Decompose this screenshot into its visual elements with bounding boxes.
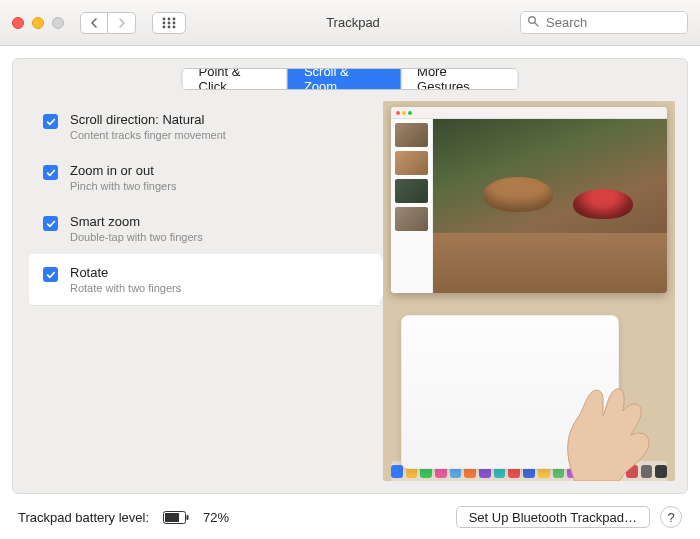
battery-percent: 72% bbox=[203, 510, 229, 525]
check-icon bbox=[46, 168, 56, 178]
preview-image bbox=[433, 119, 667, 293]
search-field[interactable] bbox=[520, 11, 688, 34]
tab-point-and-click[interactable]: Point & Click bbox=[183, 69, 288, 89]
preview-window bbox=[391, 107, 667, 293]
thumbnail bbox=[395, 179, 428, 203]
titlebar: Trackpad bbox=[0, 0, 700, 46]
preview-window-bar bbox=[391, 107, 667, 119]
chevron-left-icon bbox=[90, 18, 98, 28]
check-icon bbox=[46, 219, 56, 229]
checkbox[interactable] bbox=[43, 165, 58, 180]
show-all-button[interactable] bbox=[152, 12, 186, 34]
svg-point-5 bbox=[173, 21, 176, 24]
checkbox[interactable] bbox=[43, 267, 58, 282]
dock-app-icon bbox=[391, 465, 403, 478]
search-icon bbox=[527, 15, 539, 30]
option-zoom[interactable]: Zoom in or out Pinch with two fingers bbox=[29, 152, 379, 203]
battery-label: Trackpad battery level: bbox=[18, 510, 149, 525]
options-list: Scroll direction: Natural Content tracks… bbox=[29, 101, 379, 305]
svg-point-2 bbox=[173, 17, 176, 20]
option-title: Smart zoom bbox=[70, 214, 203, 229]
option-subtitle: Pinch with two fingers bbox=[70, 180, 176, 192]
traffic-lights bbox=[12, 17, 64, 29]
forward-button[interactable] bbox=[108, 12, 136, 34]
nav-buttons bbox=[80, 12, 136, 34]
tab-scroll-and-zoom[interactable]: Scroll & Zoom bbox=[288, 69, 401, 89]
option-scroll-direction[interactable]: Scroll direction: Natural Content tracks… bbox=[29, 101, 379, 152]
grid-icon bbox=[162, 17, 176, 29]
svg-rect-12 bbox=[187, 515, 189, 520]
tab-more-gestures[interactable]: More Gestures bbox=[401, 69, 517, 89]
option-subtitle: Content tracks finger movement bbox=[70, 129, 226, 141]
svg-point-3 bbox=[163, 21, 166, 24]
option-title: Scroll direction: Natural bbox=[70, 112, 226, 127]
preview-sidebar bbox=[391, 119, 433, 293]
svg-point-4 bbox=[168, 21, 171, 24]
svg-point-8 bbox=[173, 25, 176, 28]
option-subtitle: Double-tap with two fingers bbox=[70, 231, 203, 243]
minimize-window-icon[interactable] bbox=[32, 17, 44, 29]
setup-bluetooth-button[interactable]: Set Up Bluetooth Trackpad… bbox=[456, 506, 650, 528]
option-smart-zoom[interactable]: Smart zoom Double-tap with two fingers bbox=[29, 203, 379, 254]
check-icon bbox=[46, 117, 56, 127]
svg-point-6 bbox=[163, 25, 166, 28]
close-window-icon[interactable] bbox=[12, 17, 24, 29]
option-subtitle: Rotate with two fingers bbox=[70, 282, 181, 294]
svg-point-0 bbox=[163, 17, 166, 20]
preview-hand bbox=[535, 361, 665, 481]
thumbnail bbox=[395, 207, 428, 231]
back-button[interactable] bbox=[80, 12, 108, 34]
thumbnail bbox=[395, 123, 428, 147]
search-input[interactable] bbox=[544, 14, 700, 31]
checkbox[interactable] bbox=[43, 216, 58, 231]
gesture-preview bbox=[383, 101, 675, 481]
option-title: Zoom in or out bbox=[70, 163, 176, 178]
svg-line-10 bbox=[535, 23, 538, 26]
svg-point-7 bbox=[168, 25, 171, 28]
thumbnail bbox=[395, 151, 428, 175]
window-title: Trackpad bbox=[196, 15, 510, 30]
option-rotate[interactable]: Rotate Rotate with two fingers bbox=[29, 254, 379, 305]
chevron-right-icon bbox=[118, 18, 126, 28]
tab-control: Point & Click Scroll & Zoom More Gesture… bbox=[182, 68, 519, 90]
zoom-window-icon bbox=[52, 17, 64, 29]
checkbox[interactable] bbox=[43, 114, 58, 129]
preferences-panel: Point & Click Scroll & Zoom More Gesture… bbox=[12, 58, 688, 494]
footer: Trackpad battery level: 72% Set Up Bluet… bbox=[0, 495, 700, 539]
svg-point-1 bbox=[168, 17, 171, 20]
check-icon bbox=[46, 270, 56, 280]
option-title: Rotate bbox=[70, 265, 181, 280]
help-button[interactable]: ? bbox=[660, 506, 682, 528]
svg-rect-13 bbox=[165, 513, 179, 522]
battery-icon bbox=[163, 511, 189, 524]
